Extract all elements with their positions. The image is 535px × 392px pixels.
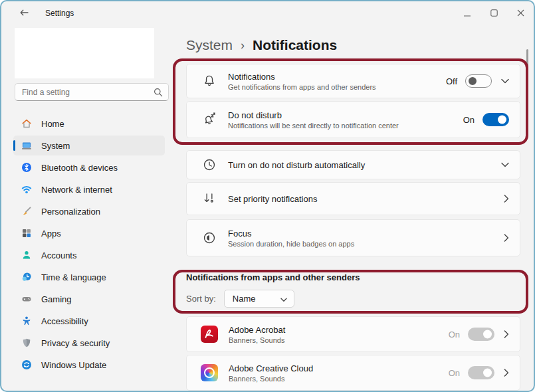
sidebar-item-time-language[interactable]: Time & language bbox=[13, 267, 165, 287]
time-language-icon bbox=[21, 272, 32, 282]
apps-icon bbox=[21, 228, 32, 239]
card-subtitle: Get notifications from apps and other se… bbox=[228, 83, 446, 91]
minimize-button[interactable] bbox=[454, 1, 481, 25]
accessibility-icon bbox=[21, 316, 32, 326]
sort-dropdown[interactable]: Name bbox=[224, 290, 294, 308]
app-name: Adobe Acrobat bbox=[229, 325, 449, 335]
breadcrumb: System › Notifications bbox=[186, 36, 520, 54]
sidebar-item-personalization[interactable]: Personalization bbox=[13, 201, 165, 221]
adobe-acrobat-icon bbox=[201, 326, 218, 343]
maximize-button[interactable] bbox=[481, 1, 507, 25]
chevron-right-icon[interactable] bbox=[504, 234, 509, 242]
notifications-card[interactable]: Notifications Get notifications from app… bbox=[186, 64, 520, 98]
sidebar-item-apps[interactable]: Apps bbox=[13, 223, 165, 243]
sort-dropdown-value: Name bbox=[233, 294, 280, 304]
privacy-security-icon bbox=[21, 338, 32, 348]
chevron-down-icon[interactable] bbox=[501, 162, 509, 167]
chevron-right-icon[interactable] bbox=[504, 330, 509, 338]
app-row-adobe-creative-cloud[interactable]: Adobe Creative Cloud Banners, Sounds On bbox=[186, 355, 520, 391]
sidebar-item-windows-update[interactable]: Windows Update bbox=[13, 355, 165, 375]
sidebar-item-label: Home bbox=[41, 119, 64, 129]
search-icon bbox=[154, 88, 163, 100]
search-input[interactable] bbox=[15, 83, 169, 101]
main-content: System › Notifications Notifications Get… bbox=[173, 25, 534, 392]
notifications-toggle[interactable] bbox=[465, 74, 492, 88]
adobe-acrobat-toggle[interactable] bbox=[468, 328, 494, 341]
sort-by-label: Sort by: bbox=[186, 294, 216, 304]
sidebar-item-home[interactable]: Home bbox=[13, 114, 165, 134]
personalization-icon bbox=[21, 206, 32, 217]
scrollbar-thumb[interactable] bbox=[526, 49, 528, 96]
do-not-disturb-card[interactable]: Do not disturb Notifications will be sen… bbox=[186, 101, 520, 138]
sidebar-item-gaming[interactable]: Gaming bbox=[13, 289, 165, 309]
back-button[interactable] bbox=[19, 8, 29, 19]
do-not-disturb-toggle[interactable] bbox=[482, 113, 509, 126]
bell-icon bbox=[202, 74, 217, 88]
sidebar-item-bluetooth-devices[interactable]: Bluetooth & devices bbox=[13, 157, 165, 177]
sidebar-item-label: Accounts bbox=[41, 250, 76, 260]
app-subtitle: Banners, Sounds bbox=[229, 375, 449, 383]
card-subtitle: Notifications will be sent directly to n… bbox=[228, 122, 463, 130]
close-icon bbox=[517, 9, 524, 19]
toggle-state-label: On bbox=[463, 115, 475, 125]
window-title: Settings bbox=[45, 9, 74, 18]
toggle-state-label: On bbox=[449, 368, 460, 378]
sidebar: Home System Bluetooth & devices Network … bbox=[1, 25, 173, 392]
card-title: Turn on do not disturb automatically bbox=[228, 160, 492, 170]
card-title: Do not disturb bbox=[228, 110, 463, 120]
sidebar-item-system[interactable]: System bbox=[13, 136, 165, 155]
sidebar-item-privacy-security[interactable]: Privacy & security bbox=[13, 333, 165, 353]
sidebar-item-network-internet[interactable]: Network & internet bbox=[13, 179, 165, 199]
card-title: Set priority notifications bbox=[228, 194, 494, 204]
sidebar-item-label: Apps bbox=[41, 229, 61, 239]
priority-notifications-card[interactable]: Set priority notifications bbox=[186, 182, 520, 215]
sidebar-item-label: Gaming bbox=[41, 294, 72, 304]
chevron-right-icon[interactable] bbox=[504, 195, 509, 203]
sidebar-item-label: Accessibility bbox=[41, 316, 88, 326]
sidebar-item-accessibility[interactable]: Accessibility bbox=[13, 311, 165, 331]
card-subtitle: Session duration, hide badges on apps bbox=[228, 240, 494, 248]
focus-card[interactable]: Focus Session duration, hide badges on a… bbox=[186, 219, 520, 256]
breadcrumb-separator: › bbox=[241, 39, 245, 52]
gaming-icon bbox=[21, 294, 32, 304]
back-arrow-icon bbox=[19, 8, 29, 19]
chevron-down-icon[interactable] bbox=[501, 78, 509, 84]
focus-icon bbox=[202, 231, 217, 245]
close-button[interactable] bbox=[507, 1, 534, 25]
bluetooth-icon bbox=[21, 162, 32, 173]
sidebar-nav: Home System Bluetooth & devices Network … bbox=[1, 114, 173, 375]
app-subtitle: Banners, Sounds bbox=[229, 336, 449, 344]
sidebar-item-accounts[interactable]: Accounts bbox=[13, 245, 165, 265]
sidebar-item-label: Time & language bbox=[41, 272, 106, 282]
titlebar: Settings bbox=[1, 1, 534, 25]
minimize-icon bbox=[464, 9, 471, 19]
home-icon bbox=[21, 118, 32, 129]
maximize-icon bbox=[490, 9, 498, 19]
system-icon bbox=[21, 140, 32, 151]
adobe-creative-cloud-toggle[interactable] bbox=[468, 366, 494, 379]
network-icon bbox=[21, 184, 32, 195]
clock-icon bbox=[202, 157, 217, 172]
chevron-right-icon[interactable] bbox=[504, 369, 509, 377]
profile-area-redacted bbox=[15, 28, 154, 78]
windows-update-icon bbox=[21, 359, 32, 370]
adobe-creative-cloud-icon bbox=[201, 364, 218, 381]
card-title: Focus bbox=[228, 229, 494, 239]
sidebar-item-label: Network & internet bbox=[41, 185, 112, 195]
card-title: Notifications bbox=[228, 72, 446, 82]
apps-section-header: Notifications from apps and other sender… bbox=[186, 272, 520, 282]
priority-icon bbox=[202, 191, 217, 206]
sidebar-item-label: System bbox=[41, 141, 70, 151]
bell-snooze-icon bbox=[202, 112, 217, 127]
dnd-automatic-card[interactable]: Turn on do not disturb automatically bbox=[186, 150, 520, 179]
app-name: Adobe Creative Cloud bbox=[229, 363, 449, 373]
selected-accent-bar bbox=[13, 140, 15, 151]
sidebar-item-label: Privacy & security bbox=[41, 338, 110, 348]
toggle-state-label: On bbox=[449, 330, 460, 340]
page-title: Notifications bbox=[253, 37, 337, 53]
toggle-state-label: Off bbox=[446, 76, 457, 86]
app-row-adobe-acrobat[interactable]: Adobe Acrobat Banners, Sounds On bbox=[186, 316, 520, 352]
settings-window: Settings bbox=[0, 0, 535, 392]
chevron-down-icon bbox=[280, 293, 287, 305]
breadcrumb-system[interactable]: System bbox=[186, 37, 233, 53]
